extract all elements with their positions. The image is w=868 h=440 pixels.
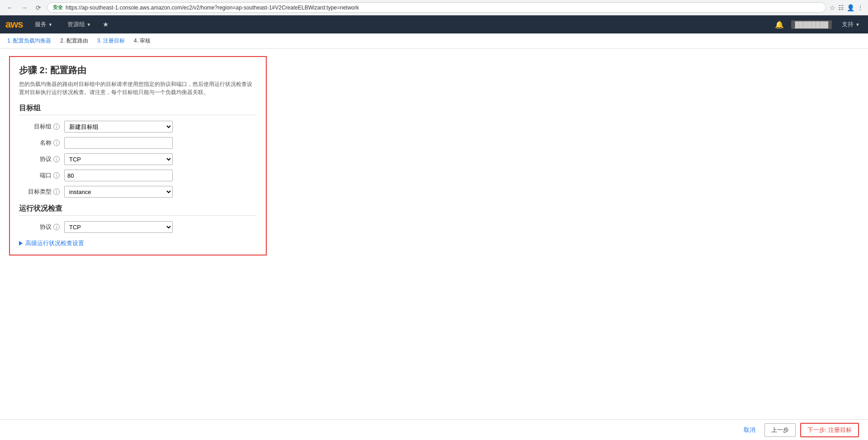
back-button[interactable]: ←: [5, 3, 15, 12]
browser-bar: ← → ⟳ 安全 https://ap-southeast-1.console.…: [0, 0, 868, 15]
step-3-link[interactable]: 3. 注册目标: [97, 37, 125, 45]
port-info-icon[interactable]: i: [53, 172, 60, 179]
target-type-select[interactable]: instance ip: [64, 186, 173, 198]
target-group-select[interactable]: 新建目标组 现有目标组: [64, 121, 173, 132]
reload-button[interactable]: ⟳: [33, 3, 43, 12]
target-type-info-icon[interactable]: i: [53, 189, 60, 195]
advanced-health-check-link[interactable]: 高级运行状况检查设置: [19, 239, 257, 247]
target-type-row: 目标类型 i instance ip: [19, 186, 257, 198]
health-check-title: 运行状况检查: [19, 204, 257, 216]
step-4-label: 4. 审核: [134, 37, 151, 45]
port-input[interactable]: [64, 170, 173, 181]
name-input[interactable]: [64, 137, 173, 149]
aws-logo-text: aws: [5, 19, 23, 30]
page-description: 您的负载均衡器的路由对目标组中的目标请求使用您指定的协议和端口，然后使用运行状况…: [19, 80, 257, 96]
step-navigation: 1. 配置负载均衡器 2. 配置路由 3. 注册目标 4. 审核: [0, 33, 868, 49]
next-step-button[interactable]: 下一步: 注册目标: [800, 423, 859, 437]
aws-logo: aws: [5, 19, 23, 30]
notification-bell-icon[interactable]: 🔔: [775, 20, 784, 29]
health-check-protocol-label: 协议 i: [19, 223, 64, 231]
support-arrow-icon: ▼: [855, 22, 860, 27]
page-title: 步骤 2: 配置路由: [19, 64, 257, 76]
name-info-icon[interactable]: i: [53, 140, 60, 146]
form-section: 步骤 2: 配置路由 您的负载均衡器的路由对目标组中的目标请求使用您指定的协议和…: [9, 56, 267, 255]
favorites-icon[interactable]: ★: [103, 20, 108, 28]
cancel-button[interactable]: 取消: [739, 423, 760, 437]
target-group-label: 目标组 i: [19, 123, 64, 131]
name-row: 名称 i: [19, 137, 257, 149]
name-control: [64, 137, 173, 149]
account-menu[interactable]: ████████: [791, 20, 832, 29]
main-content: 步骤 2: 配置路由 您的负载均衡器的路由对目标组中的目标请求使用您指定的协议和…: [0, 49, 868, 440]
url-bar[interactable]: 安全 https://ap-southeast-1.console.aws.am…: [47, 2, 826, 13]
user-icon[interactable]: 👤: [847, 4, 854, 11]
step-2-current: 2. 配置路由: [60, 37, 88, 45]
health-check-protocol-control: TCP HTTP HTTPS: [64, 221, 173, 233]
support-menu[interactable]: 支持 ▼: [839, 19, 863, 30]
target-group-info-icon[interactable]: i: [53, 123, 60, 130]
resources-arrow-icon: ▼: [87, 22, 91, 27]
apps-icon[interactable]: ☷: [838, 4, 844, 11]
health-check-protocol-info-icon[interactable]: i: [53, 224, 60, 230]
port-control: [64, 170, 173, 181]
port-label: 端口 i: [19, 171, 64, 180]
step-1-link[interactable]: 1. 配置负载均衡器: [7, 37, 51, 45]
services-arrow-icon: ▼: [48, 22, 53, 27]
port-row: 端口 i: [19, 170, 257, 181]
protocol-row: 协议 i TCP TLS UDP: [19, 153, 257, 165]
protocol-select[interactable]: TCP TLS UDP: [64, 153, 173, 165]
browser-action-icons: ☆ ☷ 👤 ⋮: [830, 4, 863, 11]
secure-label: 安全: [53, 4, 63, 11]
resources-menu[interactable]: 资源组 ▼: [65, 19, 94, 30]
prev-step-button[interactable]: 上一步: [764, 423, 796, 437]
target-group-section-title: 目标组: [19, 104, 257, 115]
expand-triangle-icon: [19, 241, 23, 246]
forward-button[interactable]: →: [19, 3, 30, 12]
target-group-row: 目标组 i 新建目标组 现有目标组: [19, 121, 257, 132]
health-check-protocol-row: 协议 i TCP HTTP HTTPS: [19, 221, 257, 233]
nav-right-section: 🔔 ████████ 支持 ▼: [775, 19, 863, 30]
protocol-info-icon[interactable]: i: [53, 156, 60, 162]
services-menu[interactable]: 服务 ▼: [32, 19, 56, 30]
menu-icon[interactable]: ⋮: [857, 4, 863, 11]
bookmark-icon[interactable]: ☆: [830, 4, 835, 11]
target-group-control: 新建目标组 现有目标组: [64, 121, 173, 132]
top-navigation: aws 服务 ▼ 资源组 ▼ ★ 🔔 ████████ 支持 ▼: [0, 15, 868, 33]
health-check-section: 运行状况检查 协议 i TCP HTTP HTTPS: [19, 204, 257, 233]
protocol-label: 协议 i: [19, 155, 64, 163]
bottom-action-bar: 取消 上一步 下一步: 注册目标: [0, 419, 868, 440]
name-label: 名称 i: [19, 139, 64, 147]
target-type-label: 目标类型 i: [19, 188, 64, 196]
url-text: https://ap-southeast-1.console.aws.amazo…: [66, 5, 359, 11]
target-type-control: instance ip: [64, 186, 173, 198]
health-check-protocol-select[interactable]: TCP HTTP HTTPS: [64, 221, 173, 233]
protocol-control: TCP TLS UDP: [64, 153, 173, 165]
